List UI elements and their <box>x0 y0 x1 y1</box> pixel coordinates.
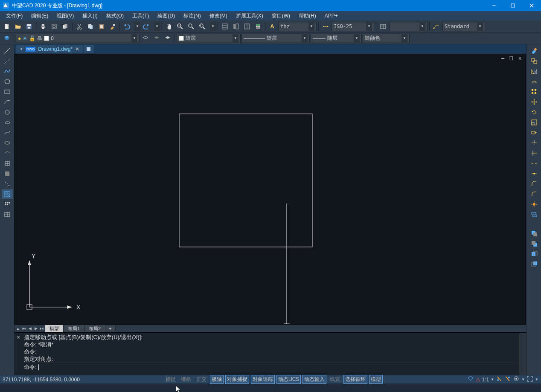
toggle-cycle[interactable]: 选择循环 <box>343 375 367 384</box>
scale-icon[interactable] <box>529 118 540 127</box>
match-properties-icon[interactable] <box>108 21 118 32</box>
menu-appplus[interactable]: APP+ <box>320 12 342 20</box>
command-close-icon[interactable]: ✕ <box>15 333 22 375</box>
annotation-autoscale-icon[interactable] <box>504 375 511 383</box>
toggle-snap[interactable]: 捕捉 <box>164 375 177 384</box>
menu-help[interactable]: 帮助(H) <box>294 12 320 20</box>
linetype-combo[interactable]: 随层 ▼ <box>241 34 310 43</box>
tab-close-icon[interactable]: ✕ <box>75 46 79 52</box>
fullscreen-icon[interactable] <box>526 375 533 383</box>
copy-object-icon[interactable] <box>529 56 540 66</box>
draworder-front-icon[interactable] <box>529 229 540 238</box>
copy-icon[interactable] <box>85 21 96 32</box>
print-icon[interactable] <box>38 21 48 32</box>
gradient-icon[interactable] <box>2 200 13 209</box>
move-icon[interactable] <box>529 97 540 107</box>
draworder-back-icon[interactable] <box>529 239 540 248</box>
open-file-icon[interactable] <box>13 21 23 32</box>
annotation-scale-icon[interactable]: ⚠ <box>476 377 480 383</box>
trim-icon[interactable] <box>529 138 540 148</box>
menu-window[interactable]: 窗口(W) <box>268 12 294 20</box>
ellipse-arc-icon[interactable] <box>2 148 13 158</box>
print-preview-icon[interactable] <box>49 21 59 32</box>
arc-icon[interactable] <box>2 97 13 107</box>
align-icon[interactable] <box>529 210 540 219</box>
make-block-icon[interactable] <box>2 169 13 178</box>
layer-combo[interactable]: ● ☀ 🔓 🖶 0 ▼ <box>16 34 140 43</box>
save-icon[interactable] <box>24 21 34 32</box>
spline-icon[interactable] <box>2 128 13 137</box>
tab-model[interactable]: 模型 <box>45 325 64 332</box>
menu-file[interactable]: 文件(F) <box>2 12 27 20</box>
ellipse-icon[interactable] <box>2 138 13 148</box>
break-icon[interactable] <box>529 159 540 168</box>
menu-edit[interactable]: 编辑(E) <box>27 12 52 20</box>
tablestyle-icon[interactable] <box>378 21 388 32</box>
toggle-polar[interactable]: 极轴 <box>210 375 224 384</box>
toggle-osnap[interactable]: 对象捕捉 <box>225 375 249 384</box>
layout-next-icon[interactable]: ▶ <box>33 325 39 331</box>
toggle-model[interactable]: 模型 <box>369 375 383 384</box>
tray-arrow-icon[interactable]: ▼ <box>535 377 538 381</box>
annotation-visibility-icon[interactable] <box>496 375 503 383</box>
paste-icon[interactable] <box>96 21 107 32</box>
new-tab-button[interactable] <box>84 45 94 53</box>
draworder-below-icon[interactable] <box>529 259 540 269</box>
properties-icon[interactable] <box>220 21 230 32</box>
explode-icon[interactable] <box>529 200 540 209</box>
minimize-button[interactable] <box>485 0 503 11</box>
workspace-switch-icon[interactable] <box>513 375 520 383</box>
drawing-canvas[interactable]: ━ ❐ ✕ Y X <box>15 54 526 325</box>
mirror-icon[interactable] <box>529 67 540 76</box>
layout-last-icon[interactable]: ⏭ <box>39 325 45 331</box>
xline-icon[interactable] <box>2 56 13 66</box>
zoom-realtime-icon[interactable]: + <box>175 21 185 32</box>
tab-add[interactable]: + <box>105 325 115 331</box>
layout-first-icon[interactable]: ⏮ <box>21 325 27 331</box>
layer-state-icon[interactable] <box>151 33 162 44</box>
lineweight-combo[interactable]: 随层 ▼ <box>311 34 362 43</box>
layer-prev-icon[interactable] <box>140 33 151 44</box>
revcloud-icon[interactable] <box>2 118 13 127</box>
close-button[interactable] <box>522 0 541 11</box>
toggle-ortho[interactable]: 正交 <box>195 375 208 384</box>
draworder-above-icon[interactable] <box>529 249 540 258</box>
erase-icon[interactable] <box>529 46 540 55</box>
rectangle-icon[interactable] <box>2 87 13 96</box>
menu-dimension[interactable]: 标注(N) <box>179 12 205 20</box>
join-icon[interactable] <box>529 169 540 178</box>
toggle-otrack[interactable]: 对象追踪 <box>251 375 275 384</box>
mleaderstyle-combo[interactable]: Standard ▼ <box>442 22 485 31</box>
rotate-icon[interactable] <box>529 107 540 117</box>
circle-icon[interactable] <box>2 107 13 117</box>
tool-palettes-icon[interactable] <box>242 21 252 32</box>
polyline-icon[interactable] <box>2 67 13 76</box>
stretch-icon[interactable] <box>529 128 540 137</box>
textstyle-combo[interactable]: fhz ▼ <box>278 22 317 31</box>
document-tab-active[interactable]: ▼ DWG Drawing1.dwg* ✕ <box>16 45 83 53</box>
mleaderstyle-icon[interactable] <box>431 21 442 32</box>
menu-express[interactable]: 扩展工具(X) <box>232 12 268 20</box>
toggle-ducs[interactable]: 动态UCS <box>276 375 301 384</box>
line-icon[interactable] <box>2 46 13 55</box>
extend-icon[interactable] <box>529 148 540 158</box>
pan-icon[interactable] <box>164 21 174 32</box>
publish-icon[interactable] <box>60 21 70 32</box>
hatch-icon[interactable] <box>2 189 13 199</box>
tablestyle-combo[interactable]: ▼ <box>389 22 428 31</box>
color-combo[interactable]: 随层 ▼ <box>177 34 241 43</box>
array-icon[interactable] <box>529 87 540 96</box>
redo-dropdown-icon[interactable]: ▼ <box>154 22 160 31</box>
zoom-window-icon[interactable] <box>186 21 196 32</box>
layer-iso-icon[interactable] <box>163 33 173 44</box>
textstyle-icon[interactable]: A <box>267 21 277 32</box>
annotation-scale-value[interactable]: 1:1 <box>482 377 489 383</box>
maximize-button[interactable] <box>503 0 522 11</box>
zoom-dropdown-icon[interactable]: ▼ <box>210 22 216 31</box>
plotstyle-combo[interactable]: 随颜色 ▼ <box>363 34 410 43</box>
coordinates-readout[interactable]: 37110.7188, -11554.5380, 0.0000 <box>3 377 80 383</box>
command-scrollbar[interactable] <box>519 333 526 375</box>
layout-prev-icon[interactable]: ◀ <box>27 325 33 331</box>
point-icon[interactable] <box>2 179 13 189</box>
table-icon[interactable] <box>2 210 13 219</box>
